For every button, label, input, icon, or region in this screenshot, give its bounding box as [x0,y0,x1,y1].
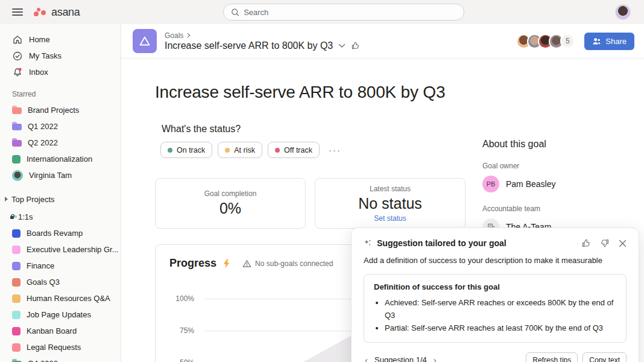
sidebar-item-internationalization[interactable]: Internationalization [0,151,121,167]
sidebar-item-label: Executive Leadership Gr... [27,245,118,254]
green-dot-icon [168,148,172,153]
share-button[interactable]: Share [584,33,634,50]
sidebar-item-kanban-board[interactable]: Kanban Board [0,323,121,339]
user-avatar[interactable] [615,4,631,20]
set-status-link[interactable]: Set status [374,214,406,223]
goal-icon [133,29,157,53]
sidebar-item-label: Boards Revamp [27,229,83,238]
status-at-risk-button[interactable]: At risk [218,142,262,158]
sidebar-item-inbox[interactable]: Inbox [0,64,121,80]
member-count[interactable]: 5 [560,34,575,48]
sidebar-item-human-resources[interactable]: Human Resources Q&A [0,290,121,306]
search-input[interactable] [244,8,456,17]
page-title: Increase self-serve ARR to 800K by Q3 [155,83,445,102]
sidebar-item-label: Virginia Tam [29,171,72,180]
triangle-icon [138,35,151,47]
sidebar-item-my-tasks[interactable]: My Tasks [0,48,121,64]
latest-status-card: Latest status No status Set status [315,178,466,229]
more-options-button[interactable]: ··· [325,142,345,157]
search-bar[interactable] [223,4,464,21]
sidebar-item-brand-projects[interactable]: Brand Projects [0,102,121,118]
goal-owner-row[interactable]: PB Pam Beasley [482,176,639,192]
project-color-icon [12,278,21,287]
project-color-icon [12,294,21,303]
sidebar-item-label: Legal Requests [27,343,81,352]
status-off-track-button[interactable]: Off track [268,142,320,158]
check-circle-icon [12,51,23,62]
home-icon [12,34,23,45]
like-icon[interactable] [351,41,360,50]
sidebar-item-label: Finance [27,261,54,270]
sidebar-item-q2-2022[interactable]: Q2 2022 [0,135,121,151]
top-projects-toggle[interactable]: Top Projects [0,192,121,206]
prev-suggestion-button[interactable]: ‹ [364,355,369,362]
sidebar-item-label: Q4 2022 [28,359,58,362]
suggestion-popup: Suggestion tailored to your goal Add a d… [351,227,639,362]
red-dot-icon [275,148,280,153]
refresh-tips-button[interactable]: Refresh tips [526,352,578,362]
status-on-track-button[interactable]: On track [160,142,212,158]
breadcrumb-goals[interactable]: Goals [165,31,183,40]
y-tick-label: 100% [170,294,194,303]
owner-name: Pam Beasley [506,179,555,189]
sidebar-item-label: Internationalization [27,154,92,164]
thumbs-up-icon[interactable] [581,238,591,248]
project-color-icon [12,229,21,238]
chevron-down-icon[interactable] [338,43,346,48]
yellow-dot-icon [225,148,230,153]
suggestion-box-title: Definition of success for this goal [374,282,616,291]
popup-description: Add a definition of success to your desc… [364,256,627,265]
summary-cards: Goal completion 0% Latest status No stat… [155,178,466,229]
next-suggestion-button[interactable]: › [432,355,438,362]
menu-icon[interactable] [12,8,23,16]
starred-heading: Starred [0,90,121,98]
sidebar-item-executive-leadership[interactable]: Executive Leadership Gr... [0,241,121,258]
status-label: At risk [234,146,255,154]
topbar: asana [0,0,644,24]
sidebar-item-goals-q3[interactable]: Goals Q3 [0,274,121,290]
caret-right-icon [5,197,8,202]
close-icon[interactable] [619,240,627,247]
status-section: What's the status? On track At risk Off … [162,124,345,158]
goal-owner-label: Goal owner [482,162,639,170]
goal-completion-card: Goal completion 0% [155,178,306,229]
top-projects-label: Top Projects [11,195,55,204]
sidebar-item-1-1s[interactable]: 1:1s [0,209,121,225]
goal-header: Goals Increase self-serve ARR to 800K by… [121,24,644,59]
share-icon [592,37,601,45]
sidebar-item-label: Q1 2022 [28,122,58,131]
sidebar-item-label: My Tasks [29,51,62,60]
asana-logo-icon [34,8,47,16]
sidebar-item-q1-2022[interactable]: Q1 2022 [0,118,121,135]
status-question: What's the status? [162,124,345,135]
sidebar-item-job-page-updates[interactable]: Job Page Updates [0,306,121,323]
about-title: About this goal [482,139,639,150]
suggestion-pager: ‹ Suggestion 1/4 › [364,355,438,362]
sidebar-item-virginia-tam[interactable]: Virginia Tam [0,167,121,183]
member-avatars[interactable]: 5 [516,34,575,49]
folder-icon [12,124,22,130]
pager-label: Suggestion 1/4 [374,355,427,362]
sidebar-item-finance[interactable]: Finance [0,258,121,274]
person-avatar [12,170,23,181]
goal-title: Increase self-serve ARR to 800K by Q3 [165,40,333,51]
y-tick-label: 50% [170,358,194,362]
latest-status-label: Latest status [370,185,411,193]
project-color-icon [12,343,21,352]
project-color-icon [12,262,21,270]
project-color-icon [12,246,21,254]
sidebar-item-label: Brand Projects [28,106,79,115]
thumbs-down-icon[interactable] [600,238,610,248]
sidebar-item-q4-2022[interactable]: Q4 2022 [0,355,121,362]
sidebar-item-home[interactable]: Home [0,31,121,48]
suggestion-bullets: Achieved: Self-serve ARR reaches or exce… [385,296,616,334]
accountable-team-label: Accountable team [482,205,639,213]
copy-text-button[interactable]: Copy text [582,352,627,362]
popup-title: Suggestion tailored to your goal [377,238,507,248]
lock-icon [10,216,14,219]
sidebar-item-boards-revamp[interactable]: Boards Revamp [0,225,121,241]
sidebar-item-legal-requests[interactable]: Legal Requests [0,339,121,355]
bell-icon [12,67,23,78]
search-icon [231,8,239,17]
asana-logo[interactable]: asana [34,6,80,19]
